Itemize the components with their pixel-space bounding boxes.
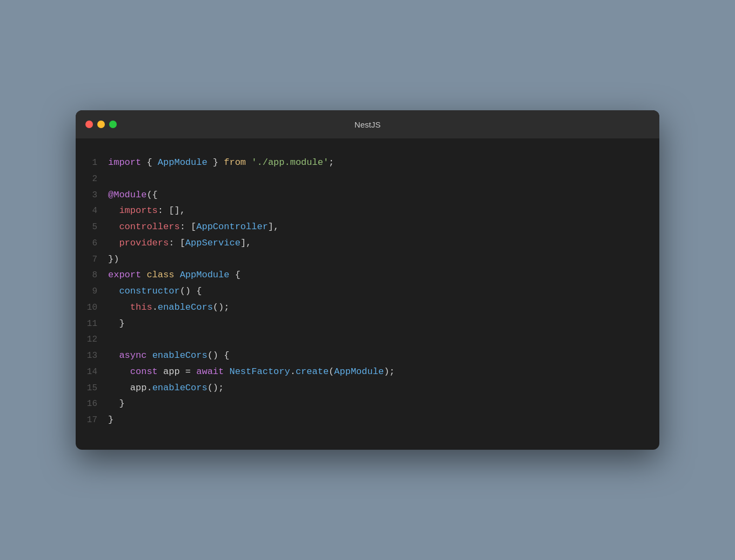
line-num-8: 8 [86,268,108,283]
code-line-10: 10 this.enableCors(); [86,299,649,316]
close-button[interactable] [85,121,93,128]
line-num-14: 14 [86,364,108,379]
code-content-10: this.enableCors(); [108,299,229,316]
line-num-2: 2 [86,171,108,186]
code-line-2: 2 [86,171,649,187]
code-content-13: async enableCors() { [108,348,229,364]
minimize-button[interactable] [97,121,105,128]
code-line-4: 4 imports: [], [86,203,649,219]
code-editor: 1 import { AppModule } from './app.modul… [76,138,659,450]
line-num-7: 7 [86,252,108,267]
code-content-3: @Module({ [108,187,158,203]
window-title: NestJS [355,120,380,129]
line-num-1: 1 [86,155,108,170]
line-num-17: 17 [86,412,108,428]
code-content-5: controllers: [AppController], [108,219,279,235]
code-content-17: } [108,412,113,428]
line-num-16: 16 [86,396,108,411]
code-content-11: } [108,316,125,332]
code-line-5: 5 controllers: [AppController], [86,219,649,235]
code-content-4: imports: [], [108,203,185,219]
line-num-3: 3 [86,188,108,203]
line-num-15: 15 [86,381,108,396]
code-content-14: const app = await NestFactory.create(App… [108,364,395,380]
code-content-8: export class AppModule { [108,267,240,283]
line-num-5: 5 [86,219,108,235]
line-num-9: 9 [86,284,108,299]
line-num-4: 4 [86,203,108,218]
traffic-lights [85,121,117,128]
line-num-13: 13 [86,348,108,363]
code-line-14: 14 const app = await NestFactory.create(… [86,364,649,380]
code-content-1: import { AppModule } from './app.module'… [108,155,334,171]
code-line-13: 13 async enableCors() { [86,348,649,364]
maximize-button[interactable] [109,121,117,128]
code-line-9: 9 constructor() { [86,283,649,299]
code-content-2 [108,171,113,187]
code-content-9: constructor() { [108,283,202,299]
code-line-1: 1 import { AppModule } from './app.modul… [86,155,649,171]
code-content-7: }) [108,251,119,268]
line-num-10: 10 [86,300,108,315]
code-line-11: 11 } [86,316,649,332]
line-num-6: 6 [86,236,108,251]
editor-window: NestJS 1 import { AppModule } from './ap… [76,110,659,450]
code-content-12 [108,331,113,348]
code-content-6: providers: [AppService], [108,235,251,251]
line-num-11: 11 [86,316,108,331]
titlebar: NestJS [76,110,659,138]
line-num-12: 12 [86,332,108,347]
code-line-15: 15 app.enableCors(); [86,380,649,396]
code-content-16: } [108,396,125,412]
code-line-7: 7 }) [86,251,649,268]
code-line-17: 17 } [86,412,649,428]
code-line-3: 3 @Module({ [86,187,649,203]
code-line-8: 8 export class AppModule { [86,267,649,283]
code-line-6: 6 providers: [AppService], [86,235,649,251]
code-content-15: app.enableCors(); [108,380,224,396]
code-line-12: 12 [86,331,649,348]
code-line-16: 16 } [86,396,649,412]
